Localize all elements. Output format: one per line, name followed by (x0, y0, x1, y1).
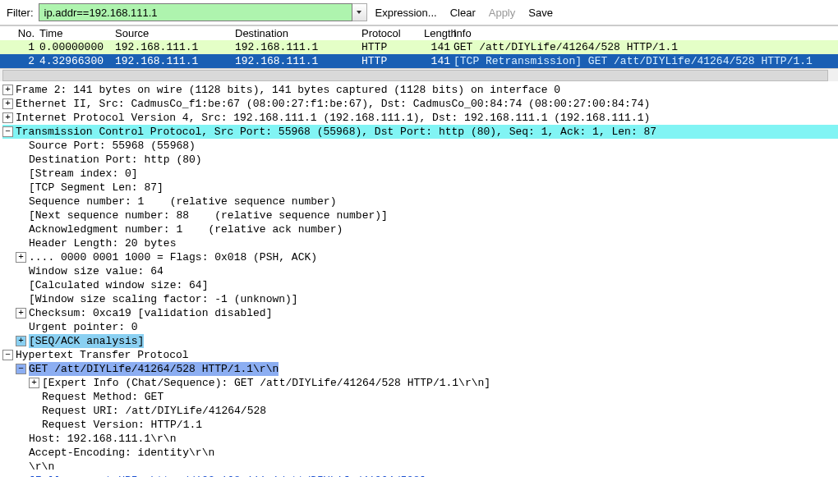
detail-srcport[interactable]: Source Port: 55968 (55968) (16, 139, 196, 153)
col-no[interactable]: No. (0, 27, 39, 39)
detail-wsf[interactable]: [Window size scaling factor: -1 (unknown… (16, 292, 298, 306)
expand-icon[interactable]: + (2, 99, 13, 109)
detail-get[interactable]: GET /att/DIYLife/41264/528 HTTP/1.1\r\n (29, 362, 279, 376)
chevron-down-icon (356, 9, 362, 16)
cell-time: 4.32966300 (39, 55, 115, 67)
cell-info: GET /att/DIYLife/41264/528 HTTP/1.1 (454, 41, 838, 53)
detail-frame[interactable]: Frame 2: 141 bytes on wire (1128 bits), … (16, 83, 560, 97)
filter-label: Filter: (7, 7, 34, 19)
filter-bar: Filter: Expression... Clear Apply Save (0, 0, 838, 25)
detail-method[interactable]: Request Method: GET (29, 390, 163, 404)
packet-list-header: No. Time Source Destination Protocol Len… (0, 25, 838, 40)
expand-icon[interactable]: + (16, 252, 26, 263)
detail-chk[interactable]: Checksum: 0xca19 [validation disabled] (29, 306, 272, 320)
detail-seqack[interactable]: [SEQ/ACK analysis] (29, 334, 144, 348)
cell-len: 141 (424, 55, 454, 67)
detail-host[interactable]: Host: 192.168.111.1\r\n (16, 432, 176, 446)
expression-button[interactable]: Expression... (371, 5, 442, 21)
cell-info: [TCP Retransmission] GET /att/DIYLife/41… (454, 55, 838, 67)
detail-ack[interactable]: Acknowledgment number: 1 (relative ack n… (16, 222, 343, 236)
packet-row[interactable]: 2 4.32966300 192.168.111.1 192.168.111.1… (0, 54, 838, 68)
col-length[interactable]: Length (424, 27, 454, 39)
col-source[interactable]: Source (115, 27, 235, 39)
detail-urg[interactable]: Urgent pointer: 0 (16, 320, 138, 334)
expand-icon[interactable]: + (2, 112, 13, 123)
cell-src: 192.168.111.1 (115, 41, 235, 53)
filter-dropdown-button[interactable] (352, 3, 367, 21)
detail-dstport[interactable]: Destination Port: http (80) (16, 153, 202, 167)
col-time[interactable]: Time (39, 27, 115, 39)
detail-expert[interactable]: [Expert Info (Chat/Sequence): GET /att/D… (42, 376, 490, 390)
expand-icon[interactable]: + (16, 308, 26, 318)
cell-time: 0.00000000 (39, 41, 115, 53)
packet-row[interactable]: 1 0.00000000 192.168.111.1 192.168.111.1… (0, 40, 838, 54)
detail-hdrlen[interactable]: Header Length: 20 bytes (16, 236, 176, 250)
col-destination[interactable]: Destination (235, 27, 361, 39)
save-button[interactable]: Save (523, 5, 558, 21)
detail-eth[interactable]: Ethernet II, Src: CadmusCo_f1:be:67 (08:… (16, 97, 650, 111)
filter-input[interactable] (39, 3, 352, 21)
cell-dst: 192.168.111.1 (235, 55, 361, 67)
cell-no: 2 (0, 55, 39, 67)
detail-ip[interactable]: Internet Protocol Version 4, Src: 192.16… (16, 111, 650, 125)
detail-uri[interactable]: Request URI: /att/DIYLife/41264/528 (29, 404, 266, 418)
detail-seglen[interactable]: [TCP Segment Len: 87] (16, 181, 163, 195)
cell-len: 141 (424, 41, 454, 53)
cell-dst: 192.168.111.1 (235, 41, 361, 53)
detail-win[interactable]: Window size value: 64 (16, 264, 163, 278)
cell-proto: HTTP (361, 55, 424, 67)
cell-src: 192.168.111.1 (115, 55, 235, 67)
detail-ver[interactable]: Request Version: HTTP/1.1 (29, 418, 202, 432)
detail-cwin[interactable]: [Calculated window size: 64] (16, 278, 208, 292)
col-info[interactable]: Info (454, 27, 838, 39)
horizontal-scrollbar[interactable] (0, 68, 838, 81)
detail-full-uri[interactable]: [Full request URI: http://192.168.111.1/… (16, 474, 426, 477)
collapse-icon[interactable]: − (2, 126, 13, 137)
detail-enc[interactable]: Accept-Encoding: identity\r\n (16, 446, 214, 460)
cell-proto: HTTP (361, 41, 424, 53)
detail-tcp[interactable]: Transmission Control Protocol, Src Port:… (16, 125, 656, 139)
packet-details: +Frame 2: 141 bytes on wire (1128 bits),… (0, 81, 838, 477)
detail-nseq[interactable]: [Next sequence number: 88 (relative sequ… (16, 208, 388, 222)
clear-button[interactable]: Clear (445, 5, 481, 21)
expand-icon[interactable]: + (2, 85, 13, 95)
detail-crlf[interactable]: \r\n (16, 460, 54, 474)
cell-no: 1 (0, 41, 39, 53)
detail-seq[interactable]: Sequence number: 1 (relative sequence nu… (16, 195, 336, 208)
collapse-icon[interactable]: − (16, 364, 26, 374)
col-protocol[interactable]: Protocol (361, 27, 424, 39)
detail-http[interactable]: Hypertext Transfer Protocol (16, 348, 189, 362)
expand-icon[interactable]: + (29, 378, 39, 388)
detail-flags[interactable]: .... 0000 0001 1000 = Flags: 0x018 (PSH,… (29, 250, 317, 264)
filter-input-wrap (39, 3, 367, 21)
detail-stream[interactable]: [Stream index: 0] (16, 167, 138, 181)
expand-icon[interactable]: + (16, 336, 26, 346)
collapse-icon[interactable]: − (2, 350, 13, 360)
apply-button[interactable]: Apply (484, 5, 521, 21)
